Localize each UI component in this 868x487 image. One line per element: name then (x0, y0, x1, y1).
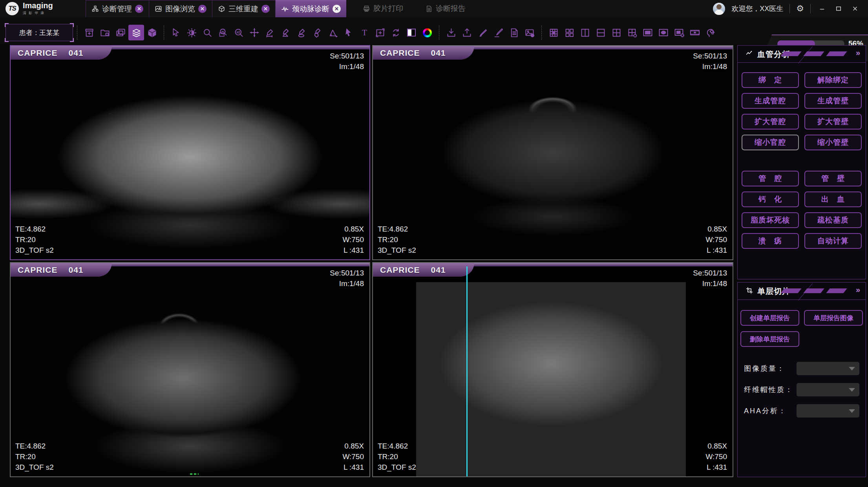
fibrous-cap-select[interactable] (797, 383, 859, 396)
filmstrip-icon[interactable] (687, 25, 703, 40)
pen-line-icon[interactable] (490, 25, 506, 40)
ai-head-icon[interactable] (703, 25, 718, 40)
tab-diagnosis-management[interactable]: 诊断管理 ✕ (86, 0, 149, 17)
expand-lumen-button[interactable]: 扩大管腔 (742, 114, 799, 130)
vessel-analysis-panel: 血管分析 » 绑 定 解除绑定 生成管腔 生成管壁 扩大管腔 扩大管壁 缩小官腔… (737, 45, 866, 279)
ellipse-solid-icon[interactable] (656, 25, 671, 40)
wall-button[interactable]: 管 壁 (804, 171, 862, 186)
upload-icon[interactable] (459, 25, 475, 40)
image-quality-select[interactable] (797, 362, 859, 375)
close-icon[interactable]: ✕ (198, 5, 206, 13)
close-icon[interactable]: ✕ (333, 5, 341, 13)
close-window-button[interactable] (850, 4, 860, 14)
tab-label: 诊断管理 (102, 4, 132, 14)
text-tool-icon[interactable]: T (356, 25, 372, 40)
close-icon[interactable]: ✕ (261, 5, 270, 13)
delete-slice-report-button[interactable]: 删除单层报告 (740, 331, 799, 347)
gallery-icon[interactable] (113, 25, 128, 40)
patient-field[interactable]: 患者：王某某 (5, 24, 73, 41)
archive-add-icon[interactable] (81, 25, 97, 40)
mri-image[interactable] (11, 46, 369, 259)
zoom-2x-icon[interactable]: x2 (231, 25, 247, 40)
mri-image[interactable] (373, 263, 733, 476)
expand-wall-button[interactable]: 扩大管壁 (804, 114, 862, 130)
unbind-button[interactable]: 解除绑定 (804, 72, 862, 88)
measure-ellipse-icon[interactable] (294, 25, 309, 40)
user-avatar[interactable] (713, 3, 725, 15)
invert-icon[interactable] (404, 25, 419, 40)
generate-lumen-button[interactable]: 生成管腔 (742, 93, 799, 109)
lipid-necrotic-core-button[interactable]: 脂质坏死核 (742, 212, 799, 228)
viewport-1[interactable]: CAPRICE 041 Se:501/13Im:1/48 TE:4.862TR:… (10, 45, 370, 260)
brush-icon[interactable] (475, 25, 490, 40)
reference-line[interactable] (466, 266, 468, 476)
series-number: 041 (69, 48, 84, 58)
logo-subtitle: 清影华康 (23, 11, 53, 16)
rotate-icon[interactable] (388, 25, 404, 40)
shrink-lumen-button[interactable]: 缩小官腔 (742, 135, 799, 150)
cube-icon[interactable] (144, 25, 160, 40)
viewport-2[interactable]: CAPRICE 041 Se:501/13Im:1/48 TE:4.862TR:… (372, 45, 733, 260)
viewport-3[interactable]: CAPRICE 041 Se:501/13Im:1/48 TE:4.862TR:… (10, 262, 370, 477)
display-info-overlay: 0.85XW:750L :431 (342, 441, 364, 472)
split-vertical-icon[interactable] (577, 25, 593, 40)
logo-title: Imaging (23, 2, 53, 9)
grid-3x3-icon[interactable] (546, 25, 561, 40)
display-info-overlay: 0.85XW:750L :431 (705, 441, 727, 472)
tab-film-print[interactable]: 胶片打印 (357, 0, 409, 17)
image-export-icon[interactable] (522, 25, 537, 40)
slice-report-image-button[interactable]: 单层报告图像 (804, 310, 863, 326)
collapse-icon[interactable]: » (856, 48, 860, 57)
tab-3d-reconstruction[interactable]: 三维重建 ✕ (212, 0, 275, 17)
grid-2x2-icon[interactable] (561, 25, 577, 40)
calcification-button[interactable]: 钙 化 (742, 192, 799, 207)
protractor-icon[interactable] (325, 25, 341, 40)
ulcer-button[interactable]: 溃 疡 (742, 233, 799, 249)
minimize-button[interactable] (817, 4, 827, 14)
report-add-icon[interactable] (506, 25, 522, 40)
tab-diagnosis-report[interactable]: 诊断报告 (420, 0, 471, 17)
viewport-4[interactable]: CAPRICE 041 Se:501/13Im:1/48 TE:4.862TR:… (372, 262, 733, 477)
gear-icon[interactable]: ⚙ (796, 4, 804, 14)
tab-image-browse[interactable]: 图像浏览 ✕ (149, 0, 212, 17)
folder-add-icon[interactable] (97, 25, 113, 40)
mri-image[interactable] (11, 263, 369, 476)
spacer (804, 331, 863, 347)
brightness-icon[interactable] (184, 25, 199, 40)
measure-angle-icon[interactable] (278, 25, 294, 40)
bind-button[interactable]: 绑 定 (742, 72, 799, 88)
close-icon[interactable]: ✕ (135, 5, 143, 13)
tab-carotid-diagnosis[interactable]: 颈动脉诊断 ✕ (275, 0, 346, 17)
rect-delete-icon[interactable] (671, 25, 687, 40)
grid-delete-icon[interactable] (624, 25, 640, 40)
rect-solid-icon[interactable] (640, 25, 656, 40)
shrink-wall-button[interactable]: 缩小管壁 (804, 135, 862, 150)
viewport-title-tab: CAPRICE 041 (11, 46, 112, 60)
pan-icon[interactable] (247, 25, 262, 40)
color-wheel-icon[interactable] (419, 25, 435, 40)
roi-box-icon[interactable] (372, 25, 388, 40)
create-slice-report-button[interactable]: 创建单层报告 (740, 310, 799, 326)
cursor-icon[interactable] (168, 25, 184, 40)
measure-polygon-icon[interactable] (309, 25, 325, 40)
zoom-icon[interactable] (199, 25, 215, 40)
loose-matrix-button[interactable]: 疏松基质 (804, 212, 862, 228)
grid-4pane-icon[interactable] (609, 25, 624, 40)
pointer-solid-icon[interactable] (341, 25, 356, 40)
layers-icon[interactable] (128, 25, 144, 40)
divider (810, 4, 811, 13)
generate-wall-button[interactable]: 生成管壁 (804, 93, 862, 109)
maximize-button[interactable] (833, 4, 844, 14)
lumen-button[interactable]: 管 腔 (742, 171, 799, 186)
auto-calculate-button[interactable]: 自动计算 (804, 233, 862, 249)
collapse-icon[interactable]: » (856, 285, 860, 294)
split-horizontal-icon[interactable] (593, 25, 609, 40)
zoom-region-icon[interactable] (215, 25, 231, 40)
measure-line-icon[interactable] (262, 25, 278, 40)
download-icon[interactable] (443, 25, 459, 40)
aha-analysis-select[interactable] (797, 404, 859, 418)
hemorrhage-button[interactable]: 出 血 (804, 192, 862, 207)
panel-header: 血管分析 » (738, 46, 866, 63)
tab-label: 诊断报告 (436, 4, 466, 14)
mri-image[interactable] (373, 46, 733, 259)
